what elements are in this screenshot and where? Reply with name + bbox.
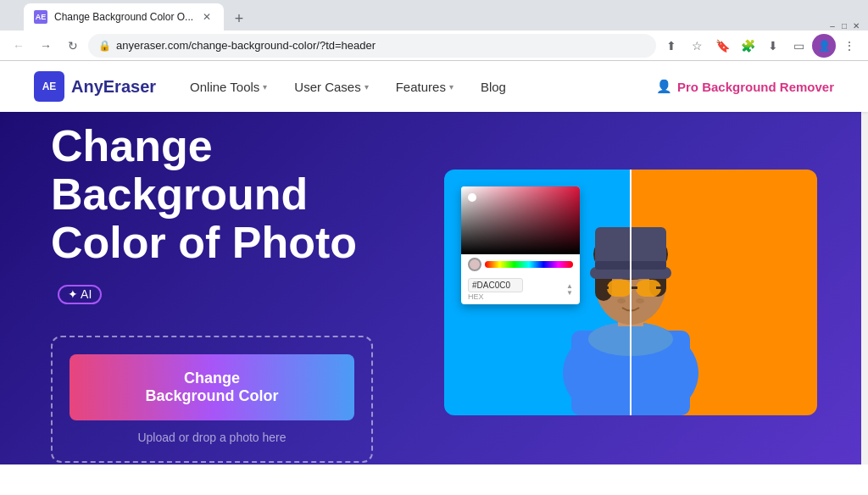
pro-button-label: Pro Background Remover (677, 80, 834, 94)
new-tab-button[interactable]: + (227, 7, 251, 31)
user-cases-chevron: ▾ (364, 82, 369, 92)
back-button[interactable]: ← (7, 34, 31, 58)
browser-chrome: AE Change Background Color O... ✕ + – □ … (0, 0, 868, 61)
nav-links: Online Tools ▾ User Cases ▾ Features ▾ B… (190, 79, 834, 94)
bookmark-star-button[interactable]: ☆ (685, 34, 709, 58)
hue-slider-row (461, 254, 580, 275)
color-picker-overlay: #DAC0C0 HEX ▲ ▼ (461, 186, 580, 304)
reload-button[interactable]: ↻ (61, 34, 85, 58)
tab-favicon: AE (34, 10, 47, 24)
hex-row: #DAC0C0 HEX ▲ ▼ (461, 275, 580, 304)
hex-label: HEX (468, 292, 523, 301)
user-cases-label: User Cases (294, 80, 360, 94)
color-gradient (461, 186, 580, 254)
hero-right: #DAC0C0 HEX ▲ ▼ (444, 170, 817, 415)
pro-icon: 👤 (656, 79, 672, 94)
extensions-button[interactable]: 🧩 (736, 34, 760, 58)
active-tab[interactable]: AE Change Background Color O... ✕ (24, 3, 224, 31)
title-line2: Background (51, 170, 308, 219)
svg-point-16 (617, 298, 626, 303)
demo-divider (630, 170, 632, 415)
ai-badge: ✦ AI (58, 285, 102, 304)
title-bar: AE Change Background Color O... ✕ + – □ … (0, 0, 868, 31)
logo[interactable]: AE AnyEraser (34, 71, 156, 102)
hero-left: Change Background Color of Photo ✦ AI Ch… (51, 122, 410, 464)
bookmark-button[interactable]: 🔖 (710, 34, 734, 58)
nav-user-cases[interactable]: User Cases ▾ (294, 80, 368, 94)
demo-image: #DAC0C0 HEX ▲ ▼ (444, 170, 817, 415)
share-button[interactable]: ⬆ (659, 34, 683, 58)
svg-rect-11 (607, 280, 632, 297)
online-tools-chevron: ▾ (263, 82, 267, 92)
hue-circle (468, 258, 481, 271)
url-text: anyeraser.com/change-background-color/?t… (116, 39, 646, 52)
minimize-button[interactable]: – (827, 20, 837, 31)
hero-section: Change Background Color of Photo ✦ AI Ch… (0, 112, 868, 464)
features-chevron: ▾ (449, 82, 453, 92)
svg-rect-14 (604, 286, 609, 289)
navbar: AE AnyEraser Online Tools ▾ User Cases ▾… (0, 61, 868, 112)
close-window-button[interactable]: ✕ (851, 20, 861, 31)
tab-bar: AE Change Background Color O... ✕ + – □ … (17, 0, 861, 31)
online-tools-label: Online Tools (190, 80, 259, 94)
nav-online-tools[interactable]: Online Tools ▾ (190, 80, 267, 94)
arrow-down-icon: ▼ (566, 290, 573, 297)
svg-rect-15 (656, 286, 661, 289)
logo-icon: AE (34, 71, 64, 102)
svg-rect-13 (631, 286, 637, 289)
logo-text: AnyEraser (71, 77, 156, 97)
title-line1: Change (51, 121, 213, 170)
hex-input[interactable]: #DAC0C0 (468, 278, 523, 292)
forward-button[interactable]: → (34, 34, 58, 58)
blog-label: Blog (481, 80, 506, 94)
svg-point-17 (636, 298, 644, 303)
scrollbar[interactable] (861, 61, 868, 464)
address-bar-row: ← → ↻ 🔒 anyeraser.com/change-background-… (0, 31, 868, 61)
tab-close-button[interactable]: ✕ (200, 10, 214, 24)
hue-bar (485, 261, 573, 268)
nav-features[interactable]: Features ▾ (396, 80, 453, 94)
color-picker-circle (468, 193, 476, 202)
download-button[interactable]: ⬇ (761, 34, 785, 58)
profile-button[interactable]: 👤 (812, 34, 836, 58)
lock-icon: 🔒 (98, 40, 111, 52)
pro-background-remover-button[interactable]: 👤 Pro Background Remover (656, 79, 834, 94)
address-bar[interactable]: 🔒 anyeraser.com/change-background-color/… (88, 34, 656, 58)
title-line3: Color of Photo (51, 218, 357, 267)
hex-arrows: ▲ ▼ (566, 283, 573, 297)
nav-blog[interactable]: Blog (481, 80, 506, 94)
maximize-button[interactable]: □ (839, 20, 849, 31)
upload-button[interactable]: ChangeBackground Color (70, 354, 354, 420)
features-label: Features (396, 80, 446, 94)
sidebar-button[interactable]: ▭ (787, 34, 810, 58)
toolbar-right: ⬆ ☆ 🔖 🧩 ⬇ ▭ 👤 ⋮ (659, 34, 861, 58)
upload-box[interactable]: ChangeBackground Color Upload or drop a … (51, 336, 373, 463)
hero-title: Change Background Color of Photo ✦ AI (51, 122, 410, 316)
tab-title: Change Background Color O... (54, 11, 193, 23)
upload-hint: Upload or drop a photo here (137, 431, 286, 444)
menu-button[interactable]: ⋮ (837, 34, 861, 58)
website-content: AE AnyEraser Online Tools ▾ User Cases ▾… (0, 61, 868, 464)
